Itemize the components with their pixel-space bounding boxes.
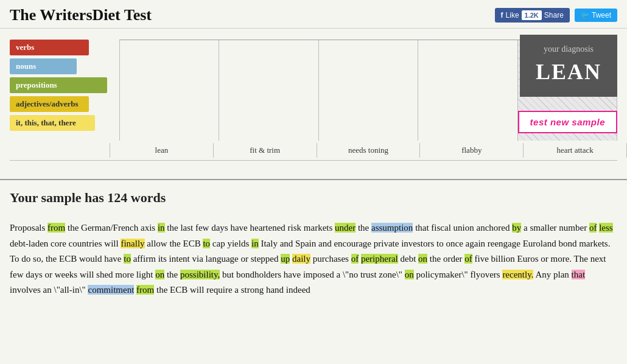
label-spacer [0,143,110,158]
hl-to2: to [124,254,131,264]
hl-of3: of [464,254,472,264]
bar-row-it: it, this, that, there [10,115,119,131]
hl-on3: on [405,270,414,279]
bar-verbs: verbs [10,40,89,55]
fb-share-label: Share [544,11,564,19]
twitter-label: Tweet [592,11,611,19]
hl-in: in [158,223,165,233]
diagnosis-value: LEAN [526,59,611,85]
hl-to: to [203,239,210,248]
hl-on2: on [155,270,164,279]
hl-by: by [512,223,521,233]
label-heartattack: heart attack [523,143,627,158]
header: The WritersDiet Test f Like 1.2K Share 🐦… [0,0,627,29]
facebook-like-button[interactable]: f Like 1.2K Share [495,8,570,23]
bar-it: it, this, that, there [10,115,95,131]
bar-prepositions: prepositions [10,77,107,93]
diagnosis-box: your diagnosis LEAN [520,35,617,97]
col-lean [119,40,219,141]
hl-commitment: commitment [88,285,134,295]
page-title: The WritersDiet Test [10,6,495,24]
bar-row-adjectives: adjectives/adverbs [10,96,119,112]
hl-in2: in [251,239,259,248]
hl-less: less [599,223,613,233]
hl-recently: recently. [502,270,533,279]
hl-of2: of [351,254,359,264]
col-flabby [418,40,517,141]
fb-count: 1.2K [522,10,542,20]
col-fit [219,40,318,141]
hl-finally: finally [121,239,144,248]
chart-labels: lean fit & trim needs toning flabby hear… [0,143,627,158]
hl-from: from [47,223,65,233]
hl-possibility: possibility, [180,270,220,279]
bar-row-nouns: nouns [10,58,119,74]
hl-assumption: assumption [371,223,413,233]
label-row: lean fit & trim needs toning flabby hear… [110,143,627,158]
label-fit: fit & trim [213,143,317,158]
hl-on: on [418,254,427,264]
wordcount-title: Your sample has 124 words [10,190,617,206]
twitter-tweet-button[interactable]: 🐦 Tweet [575,9,617,22]
fb-like-label: Like [506,11,519,19]
hl-peripheral: peripheral [361,254,398,264]
test-new-sample-button[interactable]: test new sample [518,111,617,133]
wordcount-section: Your sample has 124 words [0,179,627,220]
bar-nouns: nouns [10,58,77,74]
social-buttons: f Like 1.2K Share 🐦 Tweet [495,8,617,23]
separator [10,160,617,161]
analysis-text: Proposals from the German/French axis in… [0,220,627,308]
hl-up: up [281,254,290,264]
label-lean: lean [110,143,213,158]
label-flabby: flabby [419,143,523,158]
facebook-icon: f [501,11,503,19]
hl-daily: daily [292,254,310,264]
hl-under: under [335,223,356,233]
bar-row-prepositions: prepositions [10,77,119,93]
bar-row-verbs: verbs [10,40,119,55]
bar-chart: verbs nouns prepositions adjectives/adve… [10,35,119,141]
label-toning: needs toning [317,143,420,158]
analysis-paragraph: Proposals from the German/French axis in… [10,220,617,298]
col-toning [318,40,418,141]
hl-that: that [572,270,586,279]
diagnosis-label: your diagnosis [526,44,611,54]
chart-section: verbs nouns prepositions adjectives/adve… [0,29,627,158]
hl-of: of [589,223,597,233]
hl-from2: from [136,285,154,295]
bar-adjectives: adjectives/adverbs [10,96,89,112]
